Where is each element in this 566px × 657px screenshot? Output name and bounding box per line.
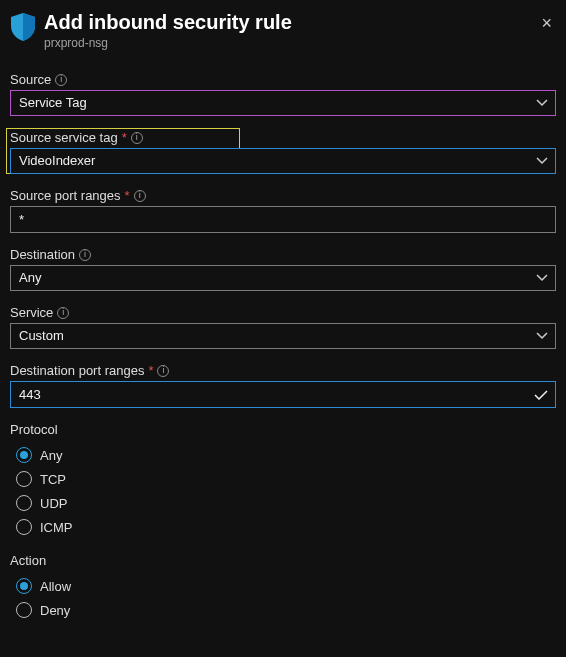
- action-group: Action AllowDeny: [10, 553, 556, 622]
- panel-subtitle: prxprod-nsg: [44, 36, 529, 50]
- info-icon[interactable]: i: [157, 365, 169, 377]
- destination-dropdown[interactable]: Any: [10, 265, 556, 291]
- required-marker: *: [148, 363, 153, 378]
- protocol-group: Protocol AnyTCPUDPICMP: [10, 422, 556, 539]
- info-icon[interactable]: i: [57, 307, 69, 319]
- radio-icon: [16, 495, 32, 511]
- action-label: Action: [10, 553, 556, 568]
- close-button[interactable]: ×: [537, 10, 556, 36]
- info-icon[interactable]: i: [55, 74, 67, 86]
- info-icon[interactable]: i: [131, 132, 143, 144]
- required-marker: *: [125, 188, 130, 203]
- source-port-ranges-label: Source port ranges: [10, 188, 121, 203]
- action-option-label: Allow: [40, 579, 71, 594]
- protocol-label: Protocol: [10, 422, 556, 437]
- source-port-ranges-input[interactable]: [10, 206, 556, 233]
- service-label: Service: [10, 305, 53, 320]
- destination-port-ranges-input[interactable]: [10, 381, 556, 408]
- destination-label: Destination: [10, 247, 75, 262]
- radio-icon: [16, 447, 32, 463]
- info-icon[interactable]: i: [134, 190, 146, 202]
- source-service-tag-label: Source service tag: [10, 130, 118, 145]
- radio-icon: [16, 519, 32, 535]
- protocol-option-label: TCP: [40, 472, 66, 487]
- protocol-option-tcp[interactable]: TCP: [10, 467, 556, 491]
- source-service-tag-dropdown[interactable]: VideoIndexer: [10, 148, 556, 174]
- protocol-option-label: Any: [40, 448, 62, 463]
- action-option-deny[interactable]: Deny: [10, 598, 556, 622]
- required-marker: *: [122, 130, 127, 145]
- radio-icon: [16, 471, 32, 487]
- source-dropdown[interactable]: Service Tag: [10, 90, 556, 116]
- protocol-option-label: ICMP: [40, 520, 73, 535]
- info-icon[interactable]: i: [79, 249, 91, 261]
- protocol-option-udp[interactable]: UDP: [10, 491, 556, 515]
- service-dropdown[interactable]: Custom: [10, 323, 556, 349]
- protocol-option-any[interactable]: Any: [10, 443, 556, 467]
- source-label: Source: [10, 72, 51, 87]
- protocol-option-icmp[interactable]: ICMP: [10, 515, 556, 539]
- action-option-label: Deny: [40, 603, 70, 618]
- action-option-allow[interactable]: Allow: [10, 574, 556, 598]
- radio-icon: [16, 578, 32, 594]
- panel-title: Add inbound security rule: [44, 10, 529, 34]
- destination-port-ranges-label: Destination port ranges: [10, 363, 144, 378]
- shield-icon: [10, 12, 36, 45]
- protocol-option-label: UDP: [40, 496, 67, 511]
- radio-icon: [16, 602, 32, 618]
